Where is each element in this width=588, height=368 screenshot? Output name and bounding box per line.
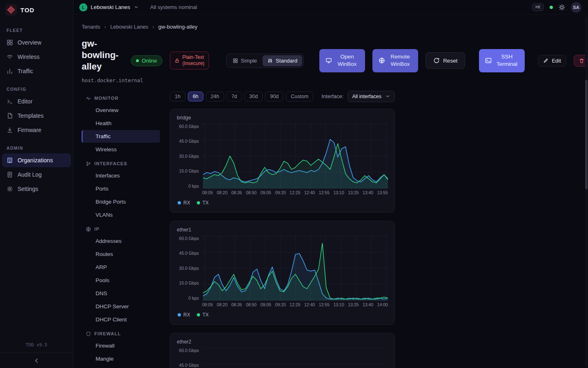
- breadcrumb: Tenants › Lebowski Lanes › gw-bowling-al…: [82, 24, 580, 30]
- sidebar-item-label: Overview: [18, 39, 41, 46]
- tx-legend-dot: [197, 313, 200, 316]
- open-winbox-button[interactable]: Open WinBox: [319, 49, 365, 72]
- app-logo[interactable]: TOD: [0, 0, 73, 20]
- app-root: TOD FLEET Overview Wireless Traffic CONF…: [0, 0, 588, 368]
- device-nav-item-routes[interactable]: Routes: [82, 248, 160, 260]
- monitor-icon: [325, 57, 332, 64]
- chevron-left-icon: [33, 357, 40, 364]
- device-nav-heading-monitor: MONITOR: [82, 91, 160, 103]
- breadcrumb-tenants[interactable]: Tenants: [82, 24, 100, 30]
- device-nav-item-wireless[interactable]: Wireless: [82, 143, 160, 156]
- time-range-button[interactable]: 6h: [188, 92, 203, 101]
- x-axis-tick: 12:25: [290, 190, 300, 195]
- scrollbar-thumb[interactable]: [585, 80, 588, 189]
- device-nav-item-arp[interactable]: ARP: [82, 261, 160, 274]
- device-nav-item-health[interactable]: Health: [82, 117, 160, 130]
- charts-toolbar: 1h6h24h7d30d90dCustom Interface: All int…: [170, 91, 395, 102]
- time-range-button[interactable]: 7d: [227, 92, 242, 101]
- theme-toggle-sun-icon[interactable]: [559, 4, 565, 11]
- sidebar-item-settings[interactable]: Settings: [2, 182, 71, 196]
- legend-rx: RX: [178, 312, 190, 318]
- x-axis-tick: 08:50: [246, 190, 256, 195]
- device-nav-item-mangle[interactable]: Mangle: [82, 352, 160, 365]
- warning-text: Plain-Text (Insecure): [183, 54, 205, 67]
- sidebar-item-organizations[interactable]: Organizations: [2, 153, 71, 167]
- y-axis-tick: 30.0 Gbps: [179, 266, 199, 271]
- device-nav-item-traffic[interactable]: Traffic: [82, 130, 160, 143]
- device-nav-item-vlans[interactable]: VLANs: [82, 209, 160, 221]
- device-body: MONITOR Overview Health Traffic Wireless…: [82, 91, 580, 368]
- interface-select[interactable]: All interfaces: [347, 91, 395, 102]
- sidebar-item-editor[interactable]: Editor: [2, 94, 71, 108]
- globe-icon: [86, 227, 91, 232]
- tenant-selector[interactable]: L Lebowski Lanes: [79, 3, 139, 11]
- device-nav-item-ports[interactable]: Ports: [82, 182, 160, 195]
- device-nav-item-firewall[interactable]: Firewall: [82, 339, 160, 352]
- device-nav-item-addresses[interactable]: Addresses: [82, 235, 160, 247]
- standard-mode-button[interactable]: Standard: [263, 55, 302, 66]
- chart-legend: RX TX: [178, 200, 388, 206]
- sidebar-section-config: CONFIG Editor Templates Firmware: [0, 85, 73, 137]
- chart-card-bridge: bridge 60.0 Gbps45.0 Gbps30.0 Gbps15.0 G…: [170, 109, 395, 213]
- time-range-button[interactable]: 1h: [170, 92, 185, 101]
- sidebar-item-label: Traffic: [18, 68, 33, 74]
- remote-winbox-button[interactable]: Remote WinBox: [372, 49, 418, 72]
- device-nav-item-interfaces[interactable]: Interfaces: [82, 169, 160, 182]
- sidebar-item-firmware[interactable]: Firmware: [2, 123, 71, 137]
- time-range-button[interactable]: Custom: [286, 92, 313, 101]
- tenant-name: Lebowski Lanes: [91, 4, 130, 10]
- x-axis-tick: 13:25: [348, 302, 359, 307]
- chart-card-ether2: ether2 60.0 Gbps45.0 Gbps30.0 Gbps15.0 G…: [170, 333, 395, 368]
- device-nav-item-pools[interactable]: Pools: [82, 274, 160, 287]
- sidebar-item-traffic[interactable]: Traffic: [2, 64, 71, 78]
- time-range-button[interactable]: 30d: [245, 92, 263, 101]
- rx-legend-dot: [178, 201, 181, 204]
- sidebar-item-wireless[interactable]: Wireless: [2, 50, 71, 64]
- page-content: Tenants › Lebowski Lanes › gw-bowling-al…: [74, 15, 588, 368]
- y-axis-tick: 60.0 Gbps: [179, 348, 199, 353]
- traffic-chart-ether1: [203, 236, 388, 301]
- device-nav-heading-ip: IP: [82, 222, 160, 234]
- sidebar-item-templates[interactable]: Templates: [2, 109, 71, 123]
- device-nav-item-dns[interactable]: DNS: [82, 287, 160, 300]
- file-icon: [7, 112, 13, 119]
- x-axis-tick: 13:25: [348, 190, 359, 195]
- simple-mode-button[interactable]: Simple: [228, 55, 262, 66]
- app-name: TOD: [20, 7, 34, 13]
- trash-icon: [579, 58, 584, 63]
- sidebar-collapse-button[interactable]: [0, 352, 73, 368]
- device-nav-item-dhcp-server[interactable]: DHCP Server: [82, 300, 160, 313]
- edit-button[interactable]: Edit: [538, 55, 566, 67]
- device-nav-item-overview[interactable]: Overview: [82, 104, 160, 117]
- traffic-panel: 1h6h24h7d30d90dCustom Interface: All int…: [170, 91, 395, 368]
- device-nav-item-bridge-ports[interactable]: Bridge Ports: [82, 195, 160, 208]
- chart-title: ether1: [177, 227, 388, 233]
- y-axis-tick: 15.0 Gbps: [179, 280, 199, 285]
- time-range-button[interactable]: 90d: [265, 92, 283, 101]
- sidebar-item-overview[interactable]: Overview: [2, 36, 71, 49]
- x-axis-tick: 13:40: [363, 190, 373, 195]
- x-axis-tick: 12:55: [319, 302, 330, 307]
- traffic-chart-bridge: [203, 124, 388, 188]
- breadcrumb-tenant-name[interactable]: Lebowski Lanes: [110, 24, 148, 30]
- ssh-terminal-button[interactable]: SSH Terminal: [479, 49, 525, 72]
- bar-chart-icon: [7, 68, 13, 74]
- page-scrollbar[interactable]: [585, 16, 588, 366]
- sidebar-item-label: Settings: [18, 186, 38, 192]
- chevron-down-icon: [385, 94, 390, 99]
- user-avatar[interactable]: SA: [571, 2, 581, 13]
- device-nav-item-dhcp-client[interactable]: DHCP Client: [82, 313, 160, 326]
- sidebar-heading-fleet: FLEET: [0, 26, 73, 35]
- chevron-down-icon: [134, 4, 139, 10]
- document-icon: [7, 171, 13, 178]
- sidebar-item-label: Editor: [18, 98, 33, 105]
- app-version: TOD v9.5: [0, 338, 73, 352]
- sidebar-item-label: Organizations: [18, 157, 53, 164]
- sidebar-item-audit-log[interactable]: Audit Log: [2, 168, 71, 182]
- time-range-button[interactable]: 24h: [206, 92, 224, 101]
- x-axis-tick: 09:05: [261, 190, 271, 195]
- reset-button[interactable]: Reset: [425, 52, 465, 69]
- device-header: gw-bowling-alley host.docker.internal On…: [82, 38, 580, 83]
- command-palette-shortcut[interactable]: ⌘K: [532, 3, 544, 11]
- x-axis-tick: 12:25: [290, 302, 300, 307]
